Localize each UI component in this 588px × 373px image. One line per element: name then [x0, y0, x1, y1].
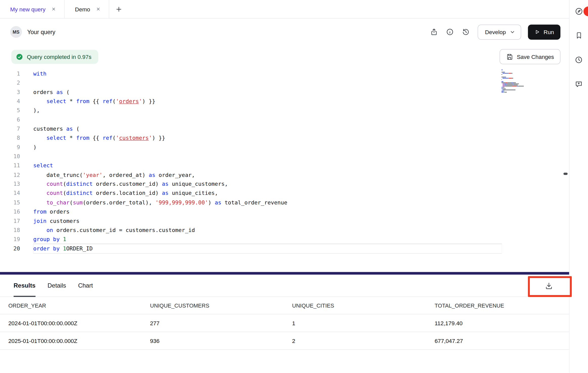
info-icon [446, 28, 454, 36]
query-tab-bar: My new query Demo [0, 0, 569, 18]
editor-minimap[interactable] [502, 69, 529, 93]
code-line-2[interactable]: 2 [0, 78, 569, 87]
develop-label: Develop [485, 29, 506, 35]
column-header[interactable]: TOTAL_ORDER_REVENUE [435, 302, 569, 309]
line-number: 19 [0, 235, 20, 244]
tab-label: My new query [10, 6, 46, 12]
main-panel: My new query Demo MS Your query [0, 0, 570, 373]
run-button[interactable]: Run [528, 24, 560, 39]
code-line-5[interactable]: 5), [0, 106, 569, 115]
line-number: 9 [0, 143, 20, 152]
line-number: 18 [0, 225, 20, 235]
code-line-12[interactable]: 12 date_trunc('year', ordered_at) as ord… [0, 170, 569, 179]
avatar: MS [10, 26, 22, 38]
line-number: 3 [0, 87, 20, 97]
status-message: Query completed in 0.97s [27, 54, 92, 60]
table-cell: 112,179.40 [435, 320, 569, 326]
results-tab-chart[interactable]: Chart [78, 275, 93, 297]
code-line-17[interactable]: 17join customers [0, 216, 569, 225]
new-tab-button[interactable] [109, 0, 128, 18]
line-number: 10 [0, 152, 20, 161]
download-icon [544, 281, 553, 290]
code-line-9[interactable]: 9) [0, 143, 569, 152]
tab-my-new-query[interactable]: My new query [0, 0, 65, 18]
play-icon [534, 29, 540, 35]
line-number: 4 [0, 97, 20, 106]
clock-icon [575, 56, 583, 63]
line-number: 12 [0, 170, 20, 179]
table-row[interactable]: 2024-01-01T00:00:00.000Z2771112,179.40 [0, 314, 569, 332]
feedback-button[interactable] [572, 77, 585, 90]
results-tab-details[interactable]: Details [48, 275, 66, 297]
code-line-8[interactable]: 8 select * from {{ ref('customers') }} [0, 133, 569, 143]
check-circle-icon [16, 53, 23, 60]
sql-editor[interactable]: 1with23orders as (4 select * from {{ ref… [0, 68, 569, 272]
code-line-6[interactable]: 6 [0, 115, 569, 124]
table-cell: 2025-01-01T00:00:00.000Z [8, 338, 150, 344]
code-line-13[interactable]: 13 count(distinct orders.customer_id) as… [0, 179, 569, 189]
table-cell: 277 [150, 320, 292, 326]
header-actions: Develop Run [425, 24, 560, 39]
feedback-icon [575, 80, 583, 88]
tab-label: Demo [75, 6, 90, 12]
code-line-19[interactable]: 19group by 1 [0, 235, 569, 244]
tab-demo[interactable]: Demo [65, 0, 109, 18]
code-line-14[interactable]: 14 count(distinct orders.location_id) as… [0, 189, 569, 198]
table-cell: 1 [292, 320, 435, 326]
status-row: Query completed in 0.97s Save Changes [0, 45, 569, 68]
download-results-button[interactable] [543, 279, 555, 292]
line-number: 1 [0, 69, 20, 78]
table-cell: 2 [292, 338, 435, 344]
version-history-button[interactable] [572, 53, 585, 66]
code-line-10[interactable]: 10 [0, 152, 569, 161]
table-cell: 2024-01-01T00:00:00.000Z [8, 320, 150, 326]
line-number: 8 [0, 133, 20, 143]
editor-scrollbar-thumb[interactable] [563, 173, 568, 175]
close-icon[interactable] [52, 7, 56, 11]
code-line-15[interactable]: 15 to_char(sum(orders.order_total), '999… [0, 198, 569, 207]
line-number: 5 [0, 106, 20, 115]
compass-icon [575, 7, 583, 15]
code-line-7[interactable]: 7customers as ( [0, 124, 569, 133]
history-icon [462, 28, 470, 36]
info-button[interactable] [443, 25, 457, 39]
app-window: My new query Demo MS Your query [0, 0, 588, 373]
line-number: 16 [0, 207, 20, 216]
column-header[interactable]: UNIQUE_CUSTOMERS [150, 302, 292, 309]
line-number: 7 [0, 124, 20, 133]
results-tabs: ResultsDetailsChart [14, 275, 93, 297]
code-line-20[interactable]: 20order by 1ORDER_ID [0, 244, 569, 253]
share-button[interactable] [427, 25, 441, 39]
code-lines: 1with23orders as (4 select * from {{ ref… [0, 69, 569, 253]
line-number: 14 [0, 189, 20, 198]
bookmark-button[interactable] [572, 29, 585, 42]
save-changes-button[interactable]: Save Changes [500, 49, 560, 64]
table-cell: 677,047.27 [435, 338, 569, 344]
table-row[interactable]: 2025-01-01T00:00:00.000Z9362677,047.27 [0, 332, 569, 350]
code-line-16[interactable]: 16from orders [0, 207, 569, 216]
code-line-1[interactable]: 1with [0, 69, 569, 78]
line-number: 20 [0, 244, 20, 253]
results-panel: ResultsDetailsChart ORDER_YEARUNIQUE_CUS… [0, 275, 569, 373]
results-tab-bar: ResultsDetailsChart [0, 275, 569, 297]
right-sidebar [570, 0, 588, 373]
code-line-11[interactable]: 11select [0, 161, 569, 170]
develop-dropdown[interactable]: Develop [478, 24, 521, 39]
code-line-3[interactable]: 3orders as ( [0, 87, 569, 97]
save-icon [506, 53, 513, 60]
bookmark-icon [575, 32, 582, 39]
line-number: 6 [0, 115, 20, 124]
line-number: 17 [0, 216, 20, 225]
query-status-badge: Query completed in 0.97s [11, 50, 98, 64]
history-button[interactable] [459, 25, 472, 39]
results-tab-results[interactable]: Results [14, 275, 35, 297]
line-number: 13 [0, 179, 20, 189]
results-body: 2024-01-01T00:00:00.000Z2771112,179.4020… [0, 314, 569, 350]
code-line-4[interactable]: 4 select * from {{ ref('orders') }} [0, 97, 569, 106]
close-icon[interactable] [96, 7, 101, 11]
panel-resize-handle[interactable] [0, 272, 569, 274]
column-header[interactable]: UNIQUE_CITIES [292, 302, 435, 309]
code-line-18[interactable]: 18 on orders.customer_id = customers.cus… [0, 225, 569, 235]
column-header[interactable]: ORDER_YEAR [8, 302, 150, 309]
save-changes-label: Save Changes [517, 54, 554, 60]
